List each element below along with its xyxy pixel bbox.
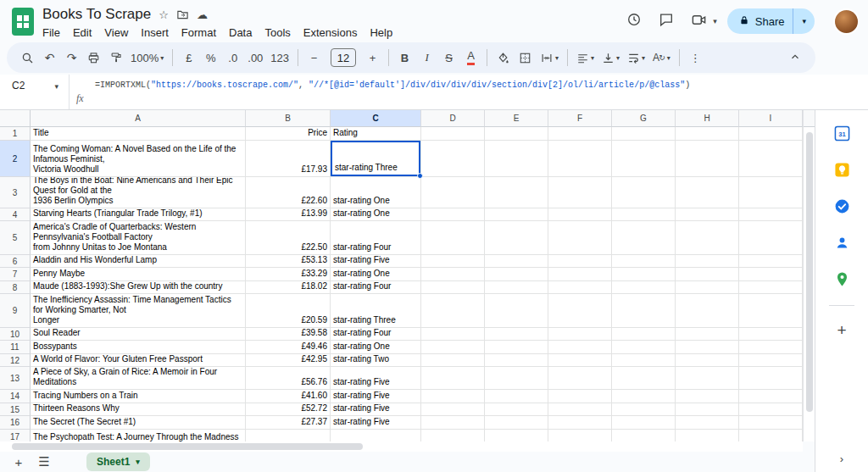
- cell-E15[interactable]: [485, 403, 548, 416]
- row-header-17[interactable]: 17: [0, 430, 31, 441]
- cell-F6[interactable]: [548, 255, 612, 268]
- cell-I7[interactable]: [739, 268, 803, 281]
- row-header-2[interactable]: 2: [0, 141, 31, 177]
- cell-F8[interactable]: [548, 281, 612, 294]
- add-sheet-button[interactable]: +: [8, 453, 29, 471]
- cell-D7[interactable]: [421, 268, 485, 281]
- cell-E12[interactable]: [485, 354, 548, 367]
- cell-F14[interactable]: [548, 390, 612, 403]
- cell-E7[interactable]: [485, 268, 548, 281]
- cell-H9[interactable]: [676, 294, 739, 328]
- cell-I8[interactable]: [739, 281, 803, 294]
- row-header-5[interactable]: 5: [0, 221, 31, 255]
- cell-E17[interactable]: [485, 430, 548, 441]
- row-header-3[interactable]: 3: [0, 177, 31, 208]
- toolbar-decrease-font-size-button[interactable]: −: [303, 47, 325, 69]
- toolbar-search-button[interactable]: [17, 47, 38, 69]
- menu-edit[interactable]: Edit: [67, 25, 97, 41]
- column-header-E[interactable]: E: [485, 110, 548, 127]
- cell-C4[interactable]: star-rating One: [331, 208, 421, 221]
- row-header-8[interactable]: 8: [0, 281, 31, 294]
- cell-B6[interactable]: £53.13: [246, 255, 331, 268]
- cell-B3[interactable]: £22.60: [246, 177, 331, 208]
- cell-C10[interactable]: star-rating Four: [331, 328, 421, 341]
- cell-H12[interactable]: [676, 354, 739, 367]
- cell-A5[interactable]: America's Cradle of Quarterbacks: Wester…: [31, 221, 246, 255]
- cell-D1[interactable]: [421, 127, 485, 141]
- cell-D11[interactable]: [421, 341, 485, 354]
- cell-G3[interactable]: [612, 177, 676, 208]
- formula-input[interactable]: =IMPORTXML("https://books.toscrape.com/"…: [95, 81, 690, 90]
- cell-A8[interactable]: Maude (1883-1993):She Grew Up with the c…: [31, 281, 246, 294]
- cell-I12[interactable]: [739, 354, 803, 367]
- toolbar-format-as-currency-button[interactable]: £: [178, 47, 199, 69]
- cell-E6[interactable]: [485, 255, 548, 268]
- menu-extensions[interactable]: Extensions: [298, 25, 364, 41]
- move-folder-icon[interactable]: [176, 8, 189, 21]
- cell-G4[interactable]: [612, 208, 676, 221]
- cell-C9[interactable]: star-rating Three: [331, 294, 421, 328]
- cell-A15[interactable]: Thirteen Reasons Why: [31, 403, 246, 416]
- menu-format[interactable]: Format: [175, 25, 222, 41]
- cell-H5[interactable]: [676, 221, 739, 255]
- cell-C16[interactable]: star-rating Five: [331, 416, 421, 430]
- toolbar-italic-button[interactable]: I: [416, 47, 437, 69]
- cell-G11[interactable]: [612, 341, 676, 354]
- column-header-A[interactable]: A: [31, 110, 246, 127]
- side-panel-contacts-button[interactable]: [827, 230, 856, 258]
- cell-H2[interactable]: [676, 141, 739, 177]
- cell-E16[interactable]: [485, 416, 548, 430]
- account-avatar[interactable]: [835, 10, 858, 33]
- cell-D14[interactable]: [421, 390, 485, 403]
- collapse-side-panel-icon[interactable]: ›: [840, 453, 843, 465]
- toolbar-increase-font-size-button[interactable]: +: [362, 47, 383, 69]
- toolbar-more-toolbar-button[interactable]: ⋮: [685, 47, 706, 69]
- cell-B7[interactable]: £33.29: [246, 268, 331, 281]
- cell-B17[interactable]: [246, 430, 331, 441]
- cell-H4[interactable]: [676, 208, 739, 221]
- cell-B8[interactable]: £18.02: [246, 281, 331, 294]
- row-header-9[interactable]: 9: [0, 294, 31, 328]
- cell-B12[interactable]: £42.95: [246, 354, 331, 367]
- row-header-12[interactable]: 12: [0, 354, 31, 367]
- row-header-11[interactable]: 11: [0, 341, 31, 354]
- cell-B14[interactable]: £41.60: [246, 390, 331, 403]
- cell-I9[interactable]: [739, 294, 803, 328]
- side-panel-maps-button[interactable]: [827, 266, 856, 295]
- sheet-tab-sheet1[interactable]: Sheet1 ▾: [86, 453, 150, 471]
- cell-A4[interactable]: Starving Hearts (Triangular Trade Trilog…: [31, 208, 246, 221]
- column-header-B[interactable]: B: [246, 110, 331, 127]
- row-header-10[interactable]: 10: [0, 328, 31, 341]
- cell-E4[interactable]: [485, 208, 548, 221]
- cell-A14[interactable]: Tracing Numbers on a Train: [31, 390, 246, 403]
- cell-D13[interactable]: [421, 367, 485, 390]
- toolbar-horizontal-align-button[interactable]: ▾: [573, 47, 598, 69]
- toolbar-increase-decimal-places-button[interactable]: .00: [244, 47, 266, 69]
- cell-C12[interactable]: star-rating Two: [331, 354, 421, 367]
- cell-A16[interactable]: The Secret (The Secret #1): [31, 416, 246, 430]
- cell-H1[interactable]: [676, 127, 739, 141]
- cell-I15[interactable]: [739, 403, 803, 416]
- cell-B11[interactable]: £49.46: [246, 341, 331, 354]
- toolbar-vertical-align-button[interactable]: ▾: [598, 47, 623, 69]
- cell-C5[interactable]: star-rating Four: [331, 221, 421, 255]
- cell-G5[interactable]: [612, 221, 676, 255]
- cell-C13[interactable]: star-rating Five: [331, 367, 421, 390]
- cell-B16[interactable]: £27.37: [246, 416, 331, 430]
- cell-I16[interactable]: [739, 416, 803, 430]
- toolbar-strikethrough-button[interactable]: S: [438, 47, 459, 69]
- cell-F17[interactable]: [548, 430, 612, 441]
- column-header-C[interactable]: C: [331, 110, 421, 127]
- comments-button[interactable]: [652, 8, 681, 35]
- cell-B13[interactable]: £56.76: [246, 367, 331, 390]
- version-history-button[interactable]: [620, 8, 648, 35]
- cell-G16[interactable]: [612, 416, 676, 430]
- cell-E13[interactable]: [485, 367, 548, 390]
- cell-D6[interactable]: [421, 255, 485, 268]
- column-header-I[interactable]: I: [739, 110, 803, 127]
- cell-I2[interactable]: [739, 141, 803, 177]
- cell-G10[interactable]: [612, 328, 676, 341]
- cell-I11[interactable]: [739, 341, 803, 354]
- share-button[interactable]: Share ▾: [727, 8, 815, 34]
- cell-H7[interactable]: [676, 268, 739, 281]
